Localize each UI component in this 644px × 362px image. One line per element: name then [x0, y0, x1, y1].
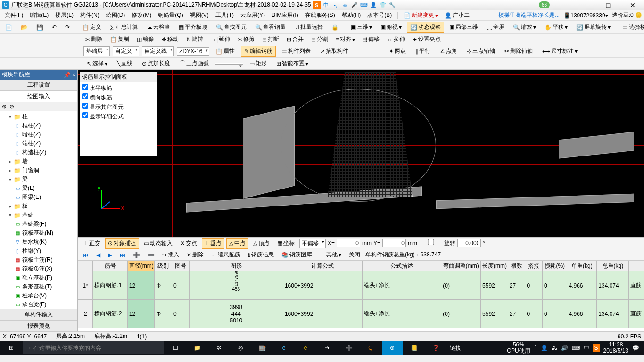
- menu-cloud[interactable]: 云应用(Y): [238, 10, 268, 20]
- component-tree[interactable]: ▾📁柱 ▯框柱(Z) ▯暗柱(Z) ▯端柱(Z) ▯构造柱(Z) ▸📁墙 ▸📁门…: [0, 111, 77, 309]
- menu-view[interactable]: 视图(V): [187, 10, 212, 20]
- rebar-display-panel[interactable]: 钢筋显示控制面板 水平纵筋 横向纵筋 显示其它图元 显示详细公式: [80, 72, 157, 156]
- rebar-data-grid[interactable]: 筋号直径(mm)级别图号图形计算公式公式描述弯曲调整(mm)长度(mm)根数搭接…: [78, 261, 644, 331]
- tree-chengtailiang[interactable]: ▭承台梁(F): [14, 300, 76, 309]
- tree-ban[interactable]: ▸📁板: [8, 202, 76, 211]
- taskbar-search[interactable]: ○在这里输入你要搜索的内容: [23, 341, 164, 354]
- menu-draw[interactable]: 绘图(D): [103, 10, 128, 20]
- ime-smile-icon[interactable]: ☺: [341, 1, 349, 9]
- zoom-button[interactable]: 🔍 缩放▾: [510, 22, 539, 33]
- menu-help[interactable]: 帮助(H): [339, 10, 364, 20]
- app-note-icon[interactable]: 📒: [404, 341, 424, 355]
- menu-bim[interactable]: BIM应用(I): [269, 10, 301, 20]
- redo-icon[interactable]: ↷: [62, 23, 73, 32]
- score-badge[interactable]: 66: [539, 1, 550, 8]
- split-button[interactable]: ⊟ 分割: [308, 34, 331, 44]
- app-q-icon[interactable]: Q: [360, 341, 381, 355]
- find-graph-button[interactable]: 🔍 查找图元: [213, 22, 250, 33]
- pin-icon[interactable]: 📌 ×: [64, 72, 75, 78]
- tree-fabanfu[interactable]: ▦筏板负筋(X): [14, 264, 76, 273]
- app-blue-icon[interactable]: ⊕: [382, 341, 403, 355]
- undo-icon[interactable]: ↶: [49, 23, 60, 32]
- fullscreen-button[interactable]: ⛶ 全屏: [483, 22, 508, 33]
- y-input[interactable]: [382, 239, 406, 247]
- attr-button[interactable]: 📋 属性: [212, 46, 238, 57]
- tray-clock[interactable]: 11:282018/5/13: [603, 342, 628, 354]
- tree-fabanzhu[interactable]: ▦筏板主筋(R): [14, 255, 76, 264]
- app-ie2-icon[interactable]: e: [295, 341, 316, 355]
- objsnap-button[interactable]: ⊙ 对象捕捉: [105, 238, 139, 249]
- tree-zhudun[interactable]: ▯柱墩(Y): [14, 247, 76, 255]
- taskview-icon[interactable]: ☐: [165, 341, 186, 355]
- merge-button[interactable]: ⊞ 合并: [284, 34, 306, 44]
- smart-layout-button[interactable]: ⊞ 智能布置▾: [273, 58, 312, 69]
- app-store-icon[interactable]: 🏬: [252, 341, 272, 355]
- grid-scale-button[interactable]: ↔ 缩尺配筋: [209, 250, 243, 259]
- zdyx-combo[interactable]: ZDYX-16: [177, 47, 209, 56]
- tab-report-preview[interactable]: 报表预览: [0, 320, 77, 331]
- menu-edit[interactable]: 编辑(E): [27, 10, 51, 20]
- part3d-button[interactable]: ▣ 局部三维: [446, 22, 481, 33]
- tray-notif-icon[interactable]: 💬: [632, 345, 639, 351]
- coord-button[interactable]: ▦ 坐标: [274, 238, 297, 249]
- tab-project-settings[interactable]: 工程设置: [0, 80, 77, 91]
- menu-online[interactable]: 在线服务(S): [302, 10, 338, 20]
- grid-row-2[interactable]: 2 横向钢筋.2 12 Φ 0 39984445010 1600+3992 端头…: [78, 300, 644, 328]
- tree-dulijichu[interactable]: ▣独立基础(P): [14, 273, 76, 282]
- tree-jichuliang[interactable]: ▭基础梁(F): [14, 220, 76, 229]
- collapse-icon[interactable]: ⊖: [9, 103, 14, 110]
- custom-combo[interactable]: 自定义: [113, 46, 139, 56]
- mid-button[interactable]: △ 中点: [226, 238, 248, 249]
- pan-button[interactable]: ✋ 平移▾: [541, 22, 571, 33]
- user-button[interactable]: 👤广小二: [442, 10, 472, 20]
- nav-last-icon[interactable]: ⏭: [117, 251, 128, 259]
- nav-next-icon[interactable]: ▶: [106, 251, 115, 259]
- threearc-button[interactable]: ⌒ 三点画弧: [176, 58, 212, 69]
- parallel-button[interactable]: ∥ 平行: [412, 46, 434, 57]
- select-button[interactable]: ↖ 选择▾: [83, 58, 111, 69]
- 3d-view[interactable]: yx 钢筋显示控制面板 水平纵筋 横向纵筋 显示其它图元 显示详细公式: [78, 70, 644, 237]
- setpoint-button[interactable]: ✦ 设置夹点: [410, 34, 444, 44]
- dyninput-button[interactable]: ▭ 动态输入: [141, 238, 175, 249]
- extend-button[interactable]: →| 延伸: [208, 34, 233, 44]
- tree-anzhu[interactable]: ▯暗柱(Z): [14, 130, 76, 139]
- menu-version[interactable]: 版本号(B): [364, 10, 395, 20]
- batch-select-button[interactable]: ☑ 批量选择: [291, 22, 326, 33]
- tree-quanliang[interactable]: ▭圈梁(E): [14, 193, 76, 202]
- delete-button[interactable]: ✂ 删除: [83, 34, 105, 44]
- intersect-button[interactable]: ✕ 交点: [177, 238, 200, 249]
- plan-check-button[interactable]: ▦ 平齐板顶: [175, 22, 211, 33]
- chk-horizontal[interactable]: 水平纵筋: [82, 83, 155, 93]
- ime-keyboard-icon[interactable]: ⌨: [360, 1, 368, 9]
- two-point-button[interactable]: ✦ 两点: [386, 46, 409, 57]
- ime-wrench-icon[interactable]: 🔧: [388, 1, 396, 9]
- menu-file[interactable]: 文件(F): [2, 10, 26, 20]
- menu-modify[interactable]: 修改(M): [129, 10, 154, 20]
- menu-component[interactable]: 构件(N): [77, 10, 102, 20]
- phone-label[interactable]: 📱13907298339▾: [563, 12, 608, 19]
- ime-mic-icon[interactable]: 🎤: [351, 1, 358, 9]
- 3d-button[interactable]: ▣ 三维▾: [347, 22, 375, 33]
- tray-net-icon[interactable]: 🖧: [552, 345, 557, 351]
- align-button[interactable]: ≡ 对齐▾: [333, 34, 358, 44]
- screen-rotate-button[interactable]: 🔄 屏幕旋转▾: [573, 22, 614, 33]
- app-rarrow-icon[interactable]: ➔: [317, 341, 338, 355]
- tray-vol-icon[interactable]: 🔊: [561, 345, 568, 351]
- menu-floor[interactable]: 楼层(L): [52, 10, 76, 20]
- grid-add-icon[interactable]: ➕: [131, 251, 142, 259]
- rect-button[interactable]: ▭ 矩形: [246, 58, 270, 69]
- ime-person-icon[interactable]: 👤: [370, 1, 377, 9]
- tab-draw-input[interactable]: 绘图输入: [0, 91, 77, 102]
- ime-zhong[interactable]: 中: [322, 1, 330, 9]
- vertex-button[interactable]: △ 顶点: [250, 238, 272, 249]
- grid-row-1[interactable]: 1* 横向钢筋.1 12 Φ 0 1147998453 1600+3992 端头…: [78, 272, 644, 300]
- tray-sogou-icon[interactable]: S: [593, 344, 600, 352]
- rotate-input[interactable]: [457, 239, 481, 247]
- nav-first-icon[interactable]: ⏮: [81, 251, 91, 259]
- app-fan-icon[interactable]: ✲: [208, 341, 229, 355]
- rotate-checkbox[interactable]: 旋转: [419, 239, 455, 247]
- chk-detail[interactable]: 显示详细公式: [82, 112, 155, 121]
- taskbar-link[interactable]: 链接: [450, 344, 461, 352]
- close-button[interactable]: ✕: [623, 1, 642, 9]
- tree-tiaoxingjichu[interactable]: ▭条形基础(T): [14, 282, 76, 291]
